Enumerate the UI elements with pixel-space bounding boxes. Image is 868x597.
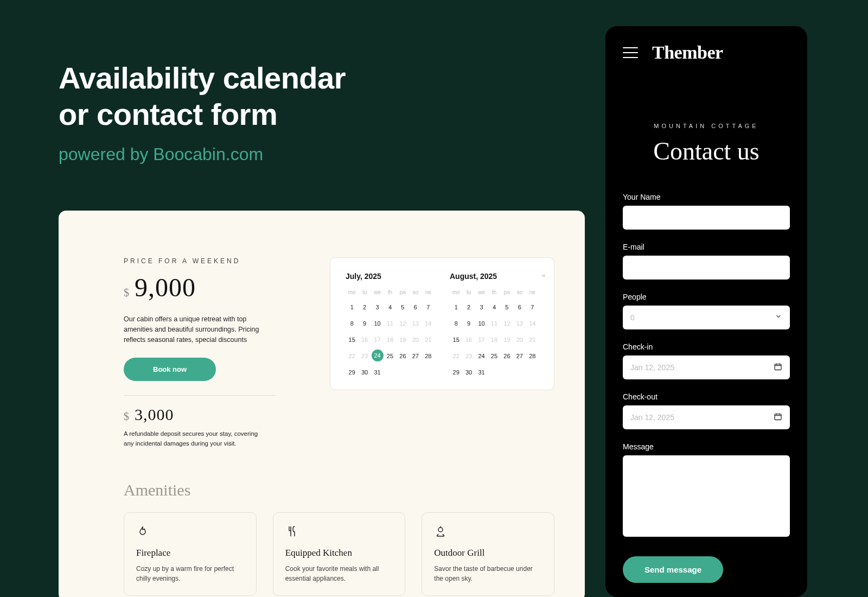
calendar-weekday: th bbox=[488, 289, 500, 295]
calendar-day[interactable]: 4 bbox=[384, 301, 396, 314]
calendar-day[interactable]: 24 bbox=[475, 350, 488, 363]
calendar-grid: motuwethpasone12345678910111213141516171… bbox=[346, 289, 435, 379]
calendar-month-title: July, 2025 bbox=[346, 272, 435, 281]
calendar-day[interactable]: 10 bbox=[475, 317, 488, 330]
contact-form: Your Name E-mail People Check-in bbox=[623, 193, 790, 583]
calendar-day[interactable]: 3 bbox=[475, 301, 488, 314]
deposit-value: 3,000 bbox=[135, 405, 174, 424]
calendar-day[interactable]: 16 bbox=[462, 333, 475, 346]
checkin-input[interactable] bbox=[623, 355, 790, 379]
calendar-weekday: mo bbox=[346, 289, 358, 295]
calendar-day[interactable]: 26 bbox=[397, 350, 409, 363]
calendar-day[interactable]: 19 bbox=[501, 333, 513, 346]
calendar-day[interactable]: 21 bbox=[526, 333, 539, 346]
calendar-day[interactable]: 13 bbox=[513, 317, 526, 330]
calendar-day[interactable]: 20 bbox=[409, 333, 422, 346]
utensils-icon bbox=[285, 524, 301, 539]
checkout-input[interactable] bbox=[623, 405, 790, 429]
people-select[interactable] bbox=[623, 306, 790, 329]
calendar-day[interactable]: 4 bbox=[488, 301, 500, 314]
calendar-day[interactable]: 12 bbox=[501, 317, 513, 330]
calendar-day[interactable]: 22 bbox=[346, 350, 358, 363]
calendar-day[interactable]: 29 bbox=[346, 366, 358, 379]
calendar-day[interactable]: 13 bbox=[409, 317, 422, 330]
calendar-day[interactable]: 15 bbox=[346, 333, 358, 346]
calendar-weekday: we bbox=[475, 289, 488, 295]
calendar-day[interactable]: 29 bbox=[450, 366, 462, 379]
calendar-day[interactable]: 30 bbox=[358, 366, 371, 379]
calendar-day[interactable]: 14 bbox=[526, 317, 539, 330]
calendar-weekday: we bbox=[371, 289, 384, 295]
calendar-day[interactable]: 5 bbox=[397, 301, 409, 314]
amenities-title: Amenities bbox=[124, 481, 554, 499]
calendar-day[interactable]: 27 bbox=[409, 350, 422, 363]
calendar-month: July, 2025motuwethpasone1234567891011121… bbox=[346, 272, 435, 379]
calendar-weekday: th bbox=[384, 289, 396, 295]
calendar-day[interactable]: 3 bbox=[371, 301, 384, 314]
calendar-day[interactable]: 7 bbox=[422, 301, 435, 314]
book-now-button[interactable]: Book now bbox=[124, 358, 216, 381]
calendar-next-icon[interactable] bbox=[540, 272, 546, 281]
calendar-weekday: ne bbox=[526, 289, 539, 295]
calendar-day[interactable]: 20 bbox=[513, 333, 526, 346]
availability-calendar[interactable]: July, 2025motuwethpasone1234567891011121… bbox=[330, 257, 554, 390]
name-input[interactable] bbox=[623, 206, 790, 230]
calendar-day[interactable]: 27 bbox=[513, 350, 526, 363]
calendar-day[interactable]: 25 bbox=[384, 350, 396, 363]
calendar-day[interactable]: 2 bbox=[462, 301, 475, 314]
amenity-description: Cozy up by a warm fire for perfect chill… bbox=[136, 564, 244, 583]
calendar-day[interactable]: 17 bbox=[475, 333, 488, 346]
calendar-day[interactable]: 26 bbox=[501, 350, 513, 363]
email-label: E-mail bbox=[623, 243, 790, 251]
calendar-day[interactable]: 2 bbox=[358, 301, 371, 314]
headline-sub: powered by Boocabin.com bbox=[59, 144, 346, 164]
headline: Availability calendar or contact form bbox=[59, 60, 346, 132]
amenity-description: Savor the taste of barbecue under the op… bbox=[434, 564, 542, 583]
grill-icon bbox=[434, 524, 449, 539]
calendar-day[interactable]: 11 bbox=[384, 317, 396, 330]
calendar-day[interactable]: 7 bbox=[526, 301, 539, 314]
calendar-day[interactable]: 28 bbox=[422, 350, 435, 363]
calendar-day[interactable]: 1 bbox=[450, 301, 462, 314]
calendar-day[interactable]: 19 bbox=[397, 333, 409, 346]
calendar-day[interactable]: 23 bbox=[358, 350, 371, 363]
deposit-description: A refundable deposit secures your stay, … bbox=[124, 429, 265, 448]
calendar-day[interactable]: 16 bbox=[358, 333, 371, 346]
calendar-day[interactable]: 30 bbox=[462, 366, 475, 379]
calendar-day[interactable]: 1 bbox=[346, 301, 358, 314]
people-label: People bbox=[623, 293, 790, 301]
divider bbox=[124, 395, 276, 396]
calendar-day[interactable]: 8 bbox=[450, 317, 462, 330]
calendar-day[interactable]: 9 bbox=[462, 317, 475, 330]
calendar-day[interactable]: 17 bbox=[371, 333, 384, 346]
calendar-day[interactable]: 31 bbox=[371, 366, 384, 379]
message-textarea[interactable] bbox=[623, 455, 790, 537]
calendar-day[interactable]: 6 bbox=[409, 301, 422, 314]
name-label: Your Name bbox=[623, 193, 790, 201]
desktop-preview: PRICE FOR A WEEKEND $ 9,000 Our cabin of… bbox=[59, 211, 585, 597]
calendar-day[interactable]: 21 bbox=[422, 333, 435, 346]
calendar-day[interactable]: 14 bbox=[422, 317, 435, 330]
calendar-day[interactable]: 12 bbox=[397, 317, 409, 330]
send-message-button[interactable]: Send message bbox=[623, 556, 723, 583]
calendar-day[interactable]: 11 bbox=[488, 317, 500, 330]
calendar-day[interactable]: 9 bbox=[358, 317, 371, 330]
calendar-day[interactable]: 31 bbox=[475, 366, 488, 379]
calendar-day[interactable]: 6 bbox=[513, 301, 526, 314]
calendar-day[interactable]: 25 bbox=[488, 350, 500, 363]
calendar-day[interactable]: 8 bbox=[346, 317, 358, 330]
calendar-day[interactable]: 22 bbox=[450, 350, 462, 363]
message-label: Message bbox=[623, 442, 790, 451]
calendar-day[interactable]: 15 bbox=[450, 333, 462, 346]
calendar-day[interactable]: 28 bbox=[526, 350, 539, 363]
calendar-day[interactable]: 18 bbox=[384, 333, 396, 346]
calendar-day[interactable]: 5 bbox=[501, 301, 513, 314]
menu-icon[interactable] bbox=[623, 47, 638, 58]
amenity-card: Equipped KitchenCook your favorite meals… bbox=[273, 512, 406, 596]
mobile-preview: Thember MOUNTAIN COTTAGE Contact us Your… bbox=[605, 26, 807, 597]
calendar-day[interactable]: 23 bbox=[462, 350, 475, 363]
calendar-day[interactable]: 10 bbox=[371, 317, 384, 330]
calendar-day[interactable]: 18 bbox=[488, 333, 500, 346]
email-input[interactable] bbox=[623, 256, 790, 280]
calendar-day[interactable]: 24 bbox=[372, 350, 384, 361]
